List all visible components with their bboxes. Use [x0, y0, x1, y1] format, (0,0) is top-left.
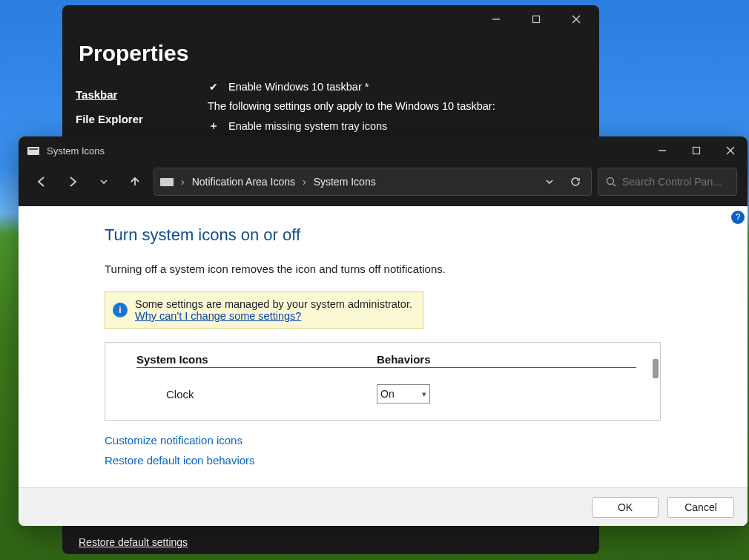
- option-enable-missing-tray-icons[interactable]: ＋ Enable missing system tray icons: [208, 119, 586, 133]
- properties-main: ✔ Enable Windows 10 taskbar * The follow…: [208, 78, 586, 140]
- system-icons-list: System Icons Behaviors Clock On ▾: [105, 342, 661, 421]
- option-enable-win10-taskbar[interactable]: ✔ Enable Windows 10 taskbar *: [208, 81, 586, 93]
- window-title: System Icons: [47, 145, 105, 157]
- row-name: Clock: [166, 388, 377, 401]
- why-cant-change-link[interactable]: Why can't I change some settings?: [135, 310, 301, 322]
- restore-default-settings-link[interactable]: Restore default settings: [79, 536, 188, 548]
- properties-titlebar: [62, 5, 599, 33]
- chevron-right-icon: ›: [303, 176, 306, 188]
- address-bar[interactable]: › Notification Area Icons › System Icons: [154, 168, 592, 196]
- option-label: Enable Windows 10 taskbar *: [228, 81, 369, 93]
- system-icons-window: System Icons › Notification Area Icons: [19, 136, 748, 526]
- column-system-icons: System Icons: [136, 353, 377, 368]
- breadcrumb-system-icons[interactable]: System Icons: [314, 176, 376, 188]
- admin-info-banner: i Some settings are managed by your syst…: [105, 291, 423, 329]
- sidebar-item-taskbar[interactable]: Taskbar: [76, 82, 193, 107]
- search-box[interactable]: [598, 168, 737, 196]
- up-button[interactable]: [122, 169, 148, 194]
- behavior-select-clock[interactable]: On ▾: [377, 384, 430, 403]
- plus-icon: ＋: [208, 119, 220, 133]
- scrollbar-thumb[interactable]: [653, 359, 659, 378]
- maximize-button[interactable]: [679, 139, 713, 162]
- close-button[interactable]: [713, 139, 748, 162]
- content-area: ? Turn system icons on or off Turning of…: [19, 206, 748, 487]
- behavior-value: On: [380, 388, 395, 400]
- svg-rect-1: [533, 16, 540, 23]
- maximize-button[interactable]: [519, 8, 553, 30]
- search-input[interactable]: [622, 176, 748, 188]
- properties-body: Taskbar File Explorer ✔ Enable Windows 1…: [62, 78, 599, 140]
- system-icons-titlebar: System Icons: [19, 136, 748, 165]
- svg-point-8: [607, 178, 614, 185]
- cancel-button[interactable]: Cancel: [667, 497, 734, 518]
- properties-sidebar: Taskbar File Explorer: [76, 78, 193, 140]
- breadcrumb-notification-area[interactable]: Notification Area Icons: [192, 176, 295, 188]
- minimize-button[interactable]: [645, 139, 679, 162]
- minimize-button[interactable]: [479, 8, 513, 30]
- window-icon: [27, 147, 39, 155]
- checkmark-icon: ✔: [208, 81, 220, 93]
- search-icon: [606, 177, 616, 187]
- location-icon: [160, 178, 174, 186]
- svg-line-9: [613, 184, 616, 186]
- forward-button[interactable]: [60, 169, 85, 194]
- navigation-toolbar: › Notification Area Icons › System Icons: [19, 165, 748, 206]
- close-button[interactable]: [559, 8, 593, 30]
- customize-notification-icons-link[interactable]: Customize notification icons: [105, 434, 242, 447]
- history-dropdown-button[interactable]: [91, 169, 116, 194]
- sidebar-item-file-explorer[interactable]: File Explorer: [76, 107, 193, 131]
- ok-button[interactable]: OK: [592, 497, 659, 518]
- refresh-button[interactable]: [566, 177, 585, 187]
- chevron-down-icon: ▾: [422, 389, 426, 399]
- back-button[interactable]: [29, 169, 54, 194]
- list-header: System Icons Behaviors: [122, 353, 644, 368]
- column-behaviors: Behaviors: [377, 353, 636, 368]
- list-row-clock: Clock On ▾: [122, 384, 644, 403]
- chevron-right-icon: ›: [181, 176, 185, 188]
- address-dropdown-button[interactable]: [541, 177, 558, 186]
- properties-heading: Properties: [62, 33, 599, 78]
- help-icon[interactable]: ?: [731, 211, 745, 224]
- svg-rect-5: [693, 148, 700, 154]
- restore-default-icon-behaviors-link[interactable]: Restore default icon behaviors: [105, 454, 255, 467]
- page-description: Turning off a system icon removes the ic…: [105, 263, 597, 275]
- option-label: Enable missing system tray icons: [228, 120, 387, 132]
- info-text: Some settings are managed by your system…: [135, 298, 414, 310]
- options-description: The following settings only apply to the…: [208, 100, 586, 112]
- info-icon: i: [113, 303, 128, 317]
- dialog-footer: OK Cancel: [19, 487, 748, 526]
- page-title: Turn system icons on or off: [105, 225, 597, 245]
